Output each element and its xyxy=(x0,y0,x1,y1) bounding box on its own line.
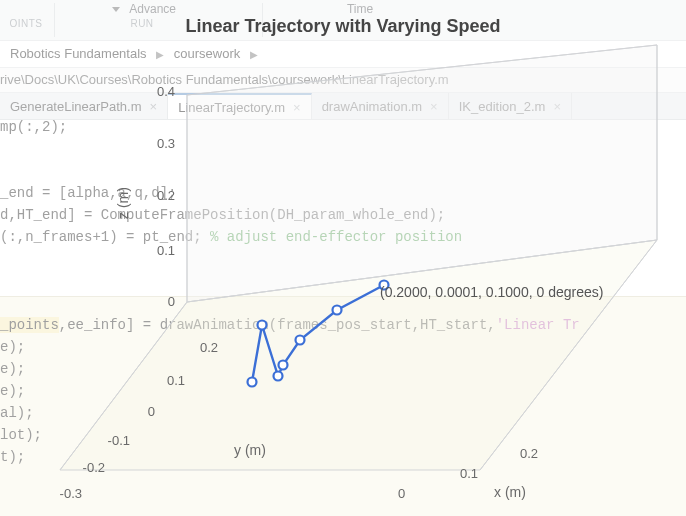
y-tick: -0.2 xyxy=(83,460,105,475)
x-tick: 0 xyxy=(398,486,405,501)
figure-window: Linear Trajectory with Varying Speed 0 0 xyxy=(0,0,686,516)
y-tick: -0.1 xyxy=(108,433,130,448)
x-tick: 0.1 xyxy=(460,466,478,481)
z-tick: 0.4 xyxy=(157,84,175,99)
trajectory-marker xyxy=(274,372,283,381)
y-tick: 0.1 xyxy=(167,373,185,388)
y-tick: 0.2 xyxy=(200,340,218,355)
y-tick: 0 xyxy=(148,404,155,419)
trajectory-marker xyxy=(296,336,305,345)
trajectory-marker xyxy=(333,306,342,315)
x-axis-label: x (m) xyxy=(494,484,526,500)
endpoint-annotation: (0.2000, 0.0001, 0.1000, 0 degrees) xyxy=(380,284,603,300)
trajectory-marker xyxy=(248,378,257,387)
trajectory-marker xyxy=(279,361,288,370)
z-axis-label: z (m) xyxy=(115,187,131,219)
y-tick: -0.3 xyxy=(60,486,82,501)
z-tick: 0.3 xyxy=(157,136,175,151)
z-tick: 0.1 xyxy=(157,243,175,258)
y-axis-label: y (m) xyxy=(234,442,266,458)
z-tick: 0.2 xyxy=(157,188,175,203)
axes-3d[interactable]: 0 0.1 0.2 0.3 0.4 z (m) 0.2 0.1 0 -0.1 -… xyxy=(0,0,686,516)
trajectory-marker xyxy=(258,321,267,330)
z-tick: 0 xyxy=(168,294,175,309)
x-tick: 0.2 xyxy=(520,446,538,461)
